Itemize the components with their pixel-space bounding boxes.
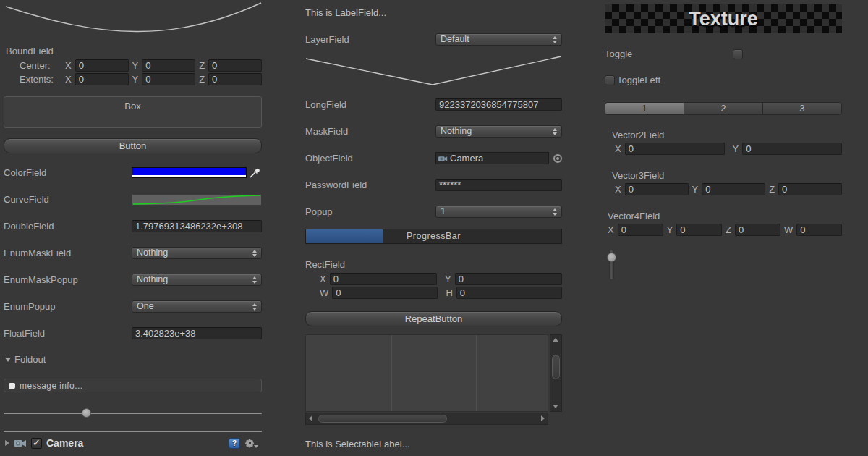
help-book-icon[interactable]: ?	[229, 438, 240, 449]
popup-arrows-icon	[553, 128, 557, 135]
maskfield-popup[interactable]: Nothing	[435, 125, 562, 138]
horizontal-scrollbar[interactable]	[305, 413, 548, 425]
axis-y-label: Y	[445, 274, 451, 284]
axis-x-label: X	[615, 143, 621, 154]
horizontal-scroll-thumb[interactable]	[318, 415, 447, 423]
popup-arrows-icon	[553, 36, 557, 43]
floatfield-row: FloatField	[4, 327, 262, 339]
object-picker-icon[interactable]	[553, 154, 562, 163]
box: Box	[4, 96, 262, 128]
boundfield-extents-z-input[interactable]	[208, 73, 262, 85]
axis-x-label: X	[65, 74, 72, 85]
enummaskpopup-row: EnumMaskPopup Nothing	[4, 274, 262, 286]
popup-label: Popup	[305, 206, 435, 217]
popup-arrows-icon	[252, 303, 257, 311]
rectfield-w-input[interactable]	[332, 287, 438, 299]
floatfield-input[interactable]	[132, 327, 262, 339]
boundfield-center-row: Center: X Y Z	[20, 59, 262, 72]
vertical-slider-knob[interactable]	[607, 253, 616, 262]
toggle-checkbox[interactable]	[733, 49, 743, 59]
rectfield-y-input[interactable]	[455, 273, 562, 285]
boundfield-extents-y-input[interactable]	[142, 73, 195, 85]
color-alpha-bar	[132, 175, 246, 177]
toolbar-button-3[interactable]: 3	[763, 103, 841, 114]
color-field[interactable]	[132, 167, 247, 178]
vertical-slider[interactable]	[607, 250, 617, 282]
curve-field[interactable]	[132, 194, 262, 206]
object-field[interactable]: Camera	[435, 152, 549, 164]
popup-control[interactable]: 1	[435, 206, 562, 218]
layerfield-row: LayerField Default	[305, 33, 562, 46]
toggle-left-label: ToggleLeft	[617, 75, 660, 85]
axis-x-label: X	[608, 224, 614, 235]
passwordfield-input[interactable]	[435, 179, 562, 191]
gear-dropdown-icon	[254, 445, 258, 448]
progress-bar: ProgressBar	[305, 229, 562, 244]
toolbar-button-1[interactable]: 1	[605, 103, 684, 114]
popup-value: Nothing	[137, 274, 168, 284]
rectfield-h-input[interactable]	[456, 287, 562, 299]
vector3-z-input[interactable]	[778, 183, 842, 195]
vector2-x-input[interactable]	[625, 143, 725, 155]
vector2-y-input[interactable]	[742, 143, 842, 155]
vector4-z-input[interactable]	[735, 224, 780, 236]
enumpopup-popup[interactable]: One	[132, 300, 262, 313]
toolbar-button-2[interactable]: 2	[684, 103, 763, 114]
vector4-y-input[interactable]	[676, 224, 722, 236]
slider-knob[interactable]	[82, 408, 91, 418]
foldout[interactable]: Foldout	[5, 354, 46, 365]
selectable-label[interactable]: This is SelectableLabel...	[305, 439, 410, 449]
axis-y-label: Y	[132, 74, 139, 85]
longfield-input[interactable]	[435, 98, 562, 111]
divider	[4, 431, 262, 432]
scroll-down-icon[interactable]	[553, 405, 558, 408]
vertical-scrollbar[interactable]	[550, 334, 562, 412]
enummaskpopup-popup[interactable]: Nothing	[132, 274, 262, 286]
foldout-label: Foldout	[14, 354, 46, 365]
axis-y-label: Y	[692, 184, 699, 195]
boundfield-center-x-input[interactable]	[75, 59, 129, 72]
axis-x-label: X	[65, 60, 72, 71]
maskfield-label: MaskField	[305, 126, 435, 137]
button[interactable]: Button	[4, 138, 262, 153]
layerfield-popup[interactable]: Default	[435, 33, 562, 46]
popup-value: 1	[441, 206, 446, 216]
scroll-left-icon[interactable]	[309, 415, 312, 421]
toggle-left-checkbox[interactable]	[605, 75, 615, 85]
vertical-scroll-thumb[interactable]	[552, 355, 560, 379]
vector3-x-input[interactable]	[625, 183, 689, 195]
axis-w-label: W	[320, 287, 328, 298]
vector4-w-input[interactable]	[796, 224, 842, 236]
axis-w-label: W	[784, 224, 793, 235]
popup-value: Default	[441, 34, 469, 44]
passwordfield-label: PasswordField	[305, 180, 435, 190]
repeat-button[interactable]: RepeatButton	[305, 311, 562, 326]
boundfield-extents-label: Extents:	[20, 74, 61, 85]
rectfield-x-input[interactable]	[330, 273, 437, 285]
enummaskpopup-label: EnumMaskPopup	[4, 274, 132, 285]
help-box-text: message info...	[20, 381, 82, 391]
boundfield-label: BoundField	[6, 46, 54, 56]
objectfield-row: ObjectField Camera	[305, 152, 562, 164]
camera-enabled-checkbox[interactable]: ✓	[31, 438, 42, 449]
boundfield-center-label: Center:	[20, 60, 61, 71]
doublefield-input[interactable]	[132, 220, 262, 232]
triangle-right-icon[interactable]	[5, 440, 9, 446]
vector4-x-input[interactable]	[618, 224, 663, 236]
vector3-y-input[interactable]	[702, 183, 765, 195]
boundfield-center-z-input[interactable]	[208, 59, 262, 72]
toggle-row: Toggle	[605, 48, 842, 60]
gear-icon[interactable]	[244, 438, 255, 448]
boundfield-center-y-input[interactable]	[142, 59, 195, 72]
vector2field-row: X Y	[615, 143, 842, 155]
boundfield-extents-x-input[interactable]	[75, 73, 129, 85]
enummaskfield-popup[interactable]: Nothing	[132, 247, 262, 259]
scroll-right-icon[interactable]	[541, 415, 545, 421]
slider[interactable]	[4, 408, 262, 418]
texture-banner: Texture	[605, 4, 842, 33]
scroll-up-icon[interactable]	[553, 338, 558, 342]
camera-title: Camera	[46, 437, 224, 449]
info-bubble-icon	[9, 383, 15, 389]
help-box: message info...	[4, 379, 262, 392]
eyedropper-icon[interactable]	[248, 166, 262, 179]
